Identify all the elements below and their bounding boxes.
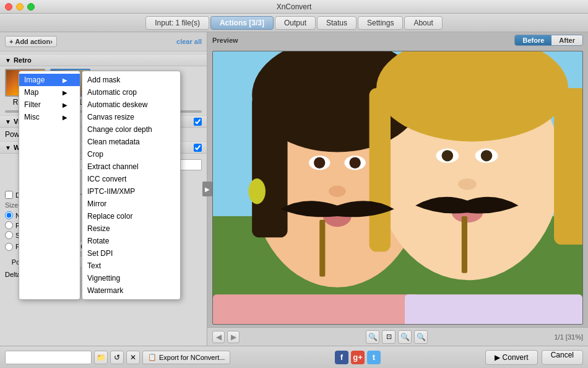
bottom-right: ▶ Convert Cancel (485, 350, 583, 365)
menu-crop[interactable]: Crop (82, 148, 180, 160)
menu-iptc[interactable]: IPTC-IIM/XMP (82, 185, 180, 198)
svg-point-11 (314, 157, 325, 169)
before-button[interactable]: Before (515, 35, 551, 45)
menu-image-label: Image (24, 76, 45, 84)
svg-rect-7 (554, 88, 582, 245)
next-button[interactable]: ▶ (227, 331, 240, 343)
menu-map[interactable]: Map ▶ (19, 86, 80, 99)
tab-actions[interactable]: Actions [3/3] (210, 16, 274, 30)
actions-header: + Add action› clear all (0, 32, 207, 51)
clear-icon-button[interactable]: ✕ (126, 351, 140, 364)
watermark-arrow-icon: ▼ (5, 144, 11, 151)
menu-replace-color[interactable]: Replace color (82, 210, 180, 222)
facebook-label: f (340, 353, 343, 362)
title-bar: XnConvert (0, 0, 588, 14)
add-action-label: Add action› (15, 38, 53, 45)
menu-extract-channel[interactable]: Extract channel (82, 160, 180, 173)
minimize-button[interactable] (16, 3, 24, 11)
menu-misc-label: Misc (24, 113, 40, 121)
dont-use-alpha-checkbox[interactable] (5, 191, 13, 199)
menu-level1: Image ▶ Map ▶ Filter ▶ Misc ▶ (19, 71, 80, 300)
menu-canvas-resize[interactable]: Canvas resize (82, 111, 180, 123)
menu-automatic-crop[interactable]: Automatic crop (82, 86, 180, 99)
preview-header: Preview Before After (207, 32, 588, 48)
tab-output[interactable]: Output (275, 16, 316, 30)
refresh-icon-button[interactable]: ↺ (110, 351, 124, 364)
preview-nav: ◀ ▶ (212, 331, 240, 343)
convert-icon: ▶ (495, 353, 500, 362)
menu-filter[interactable]: Filter ▶ (19, 99, 80, 111)
menu-add-mask[interactable]: Add mask (82, 74, 180, 86)
export-label: Export for NConvert... (159, 354, 225, 361)
percentage-radio[interactable] (5, 243, 13, 251)
menu-rotate[interactable]: Rotate (82, 235, 180, 247)
panel-collapse-arrow[interactable]: ▶ (202, 182, 212, 196)
menu-image[interactable]: Image ▶ (19, 74, 80, 86)
svg-point-12 (349, 157, 360, 169)
svg-point-16 (481, 150, 492, 161)
bottom-bar: 📁 ↺ ✕ 📋 Export for NConvert... f g+ t ▶ … (0, 346, 588, 368)
zoom-in-button[interactable]: 🔍 (366, 330, 379, 344)
menu-mirror[interactable]: Mirror (82, 198, 180, 210)
vignette-checkbox[interactable] (194, 118, 202, 126)
svg-rect-22 (462, 216, 467, 273)
tab-input[interactable]: Input: 1 file(s) (145, 16, 209, 30)
fit-button[interactable]: ⊡ (382, 330, 396, 344)
before-after-toggle: Before After (514, 35, 583, 46)
vignette-arrow-icon: ▼ (5, 118, 11, 125)
maximize-button[interactable] (27, 3, 35, 11)
svg-point-15 (442, 150, 453, 161)
menu-image-arrow: ▶ (63, 77, 67, 84)
menu-watermark[interactable]: Watermark (82, 284, 180, 297)
svg-rect-8 (370, 88, 391, 252)
zoom-out-button[interactable]: 🔍 (398, 330, 412, 344)
menu-filter-arrow: ▶ (63, 102, 67, 108)
watermark-checkbox[interactable] (194, 144, 202, 152)
facebook-icon-button[interactable]: f (335, 351, 348, 364)
traffic-lights (5, 3, 35, 11)
add-action-button[interactable]: + Add action› (5, 36, 57, 47)
tab-settings[interactable]: Settings (358, 16, 403, 30)
app-title: XnConvert (277, 2, 312, 11)
menu-automatic-deskew[interactable]: Automatic deskew (82, 99, 180, 111)
social-icons: f g+ t (335, 351, 381, 364)
prev-button[interactable]: ◀ (212, 331, 225, 343)
tab-status[interactable]: Status (317, 16, 357, 30)
menu-icc-convert[interactable]: ICC convert (82, 173, 180, 185)
preview-label: Preview (212, 37, 238, 44)
menu-map-label: Map (24, 88, 38, 97)
tab-about[interactable]: About (404, 16, 442, 30)
menu-clean-metadata[interactable]: Clean metadata (82, 136, 180, 148)
svg-rect-5 (252, 95, 287, 238)
main-layout: + Add action› clear all ▼ Retro Retro 0 (0, 32, 588, 346)
menu-change-color-depth[interactable]: Change color depth (82, 123, 180, 136)
tab-bar: Input: 1 file(s) Actions [3/3] Output St… (0, 14, 588, 32)
normal-radio[interactable] (5, 211, 13, 219)
clear-all-button[interactable]: clear all (176, 38, 202, 45)
menu-text[interactable]: Text (82, 260, 180, 272)
repeat-radio[interactable] (5, 221, 13, 229)
page-indicator: 1/1 [31%] (555, 333, 583, 341)
twitter-icon-button[interactable]: t (367, 351, 381, 364)
menu-resize[interactable]: Resize (82, 222, 180, 235)
zoom-reset-button[interactable]: 🔍 (414, 330, 428, 344)
stretch-radio[interactable] (5, 231, 13, 239)
preview-toolbar: ◀ ▶ 🔍 ⊡ 🔍 🔍 1/1 [31%] (207, 327, 588, 346)
retro-arrow-icon: ▼ (5, 57, 11, 64)
convert-button[interactable]: ▶ Convert (485, 350, 538, 365)
path-input[interactable] (5, 351, 92, 364)
twitter-label: t (373, 353, 375, 362)
google-plus-label: g+ (353, 353, 363, 362)
export-button[interactable]: 📋 Export for NConvert... (142, 351, 230, 364)
right-panel: Preview Before After (207, 32, 588, 346)
menu-set-dpi[interactable]: Set DPI (82, 247, 180, 260)
menu-misc[interactable]: Misc ▶ (19, 111, 80, 123)
after-button[interactable]: After (551, 35, 582, 45)
retro-section-header[interactable]: ▼ Retro (0, 54, 207, 66)
close-button[interactable] (5, 3, 12, 11)
menu-vignetting[interactable]: Vignetting (82, 272, 180, 284)
context-menu: Image ▶ Map ▶ Filter ▶ Misc ▶ Add mask (19, 71, 181, 300)
google-plus-icon-button[interactable]: g+ (351, 351, 365, 364)
folder-icon-button[interactable]: 📁 (94, 351, 108, 364)
cancel-button[interactable]: Cancel (542, 350, 583, 365)
